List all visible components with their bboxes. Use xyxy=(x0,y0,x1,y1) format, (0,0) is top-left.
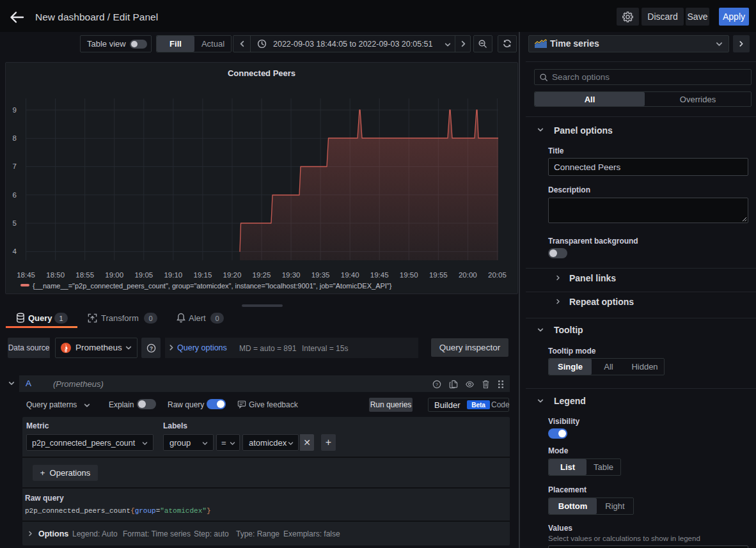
svg-text:18:45: 18:45 xyxy=(17,271,35,279)
svg-text:19:35: 19:35 xyxy=(311,271,330,279)
svg-text:18:55: 18:55 xyxy=(75,271,94,279)
svg-text:4: 4 xyxy=(13,247,17,255)
svg-text:20:05: 20:05 xyxy=(488,271,507,279)
svg-text:19:20: 19:20 xyxy=(223,271,242,279)
svg-text:20:00: 20:00 xyxy=(459,271,477,279)
svg-text:18:50: 18:50 xyxy=(46,271,65,279)
svg-text:6: 6 xyxy=(13,191,17,199)
svg-text:19:45: 19:45 xyxy=(370,271,389,279)
svg-text:19:15: 19:15 xyxy=(194,271,212,279)
svg-text:5: 5 xyxy=(13,219,17,227)
svg-text:Connected Peers: Connected Peers xyxy=(228,68,295,78)
svg-text:19:50: 19:50 xyxy=(400,271,418,279)
svg-text:19:30: 19:30 xyxy=(282,271,301,279)
svg-text:{__name__="p2p_connected_peers: {__name__="p2p_connected_peers_count", g… xyxy=(33,282,392,290)
svg-text:19:00: 19:00 xyxy=(105,271,123,279)
svg-text:8: 8 xyxy=(13,134,17,142)
svg-text:7: 7 xyxy=(13,162,17,170)
svg-text:19:40: 19:40 xyxy=(341,271,359,279)
svg-text:?: ? xyxy=(436,382,439,388)
svg-text:?: ? xyxy=(149,345,152,351)
svg-text:19:25: 19:25 xyxy=(253,271,271,279)
svg-text:19:55: 19:55 xyxy=(429,271,448,279)
svg-text:19:05: 19:05 xyxy=(134,271,153,279)
svg-text:9: 9 xyxy=(13,106,17,114)
svg-text:19:10: 19:10 xyxy=(164,271,182,279)
